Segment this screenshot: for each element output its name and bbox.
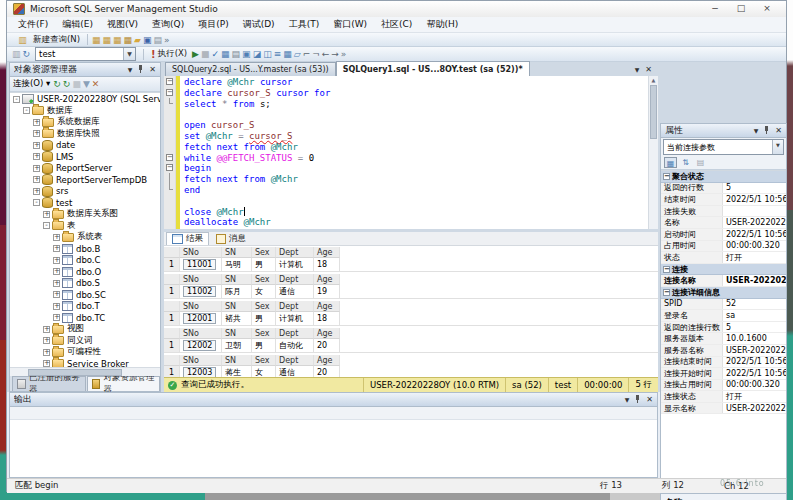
menu-item-10[interactable]: 帮助(H) bbox=[419, 17, 465, 32]
menu-item-6[interactable]: 调试(D) bbox=[236, 17, 282, 32]
specify-template-values-icon[interactable]: ▣ bbox=[242, 49, 251, 59]
data-cell[interactable]: 计算机 bbox=[276, 312, 314, 325]
tree-item--[interactable]: +数据库快照 bbox=[10, 128, 160, 140]
tab-messages[interactable]: 消息 bbox=[211, 233, 251, 245]
tree-item-lms[interactable]: +LMS bbox=[10, 151, 160, 163]
close-button[interactable]: × bbox=[756, 3, 778, 15]
data-cell[interactable]: 通信 bbox=[276, 366, 314, 377]
gutter-line-3[interactable] bbox=[164, 98, 175, 109]
fold-collapse-icon[interactable]: − bbox=[166, 154, 173, 161]
column-header-sn[interactable]: SN bbox=[222, 301, 252, 312]
document-tab-2[interactable]: SQLQuery1.sql - US...8OY.test (sa (52))* bbox=[336, 61, 530, 76]
fold-collapse-icon[interactable]: − bbox=[166, 89, 173, 96]
row-number-cell[interactable]: 1 bbox=[164, 339, 180, 352]
column-header-sno[interactable]: SNo bbox=[180, 355, 222, 366]
gutter-line-1[interactable]: − bbox=[164, 76, 175, 87]
editor-vertical-scrollbar[interactable]: ▲ bbox=[648, 76, 658, 229]
property-value[interactable]: 5 bbox=[723, 183, 786, 194]
column-header-age[interactable]: Age bbox=[314, 328, 340, 339]
grid-corner-cell[interactable] bbox=[164, 355, 180, 366]
data-cell[interactable]: 陈月 bbox=[222, 285, 252, 298]
collapse-icon[interactable]: - bbox=[43, 222, 50, 229]
fold-collapse-icon[interactable]: − bbox=[166, 164, 173, 171]
code-line-7[interactable]: fetch next from @Mchr bbox=[184, 142, 658, 153]
expand-icon[interactable]: + bbox=[43, 326, 50, 333]
column-header-age[interactable]: Age bbox=[314, 274, 340, 285]
properties-object-combo[interactable]: 当前连接参数 ▼ bbox=[663, 139, 784, 155]
fold-gutter[interactable]: −−−− bbox=[164, 76, 176, 229]
execute-button[interactable]: ! 执行(X) bbox=[147, 48, 191, 60]
column-header-sn[interactable]: SN bbox=[222, 274, 252, 285]
column-header-dept[interactable]: Dept bbox=[276, 247, 314, 258]
column-header-sex[interactable]: Sex bbox=[252, 301, 276, 312]
results-to-file-icon[interactable]: ▱ bbox=[294, 49, 301, 59]
expand-icon[interactable]: + bbox=[53, 291, 60, 298]
expand-icon[interactable]: + bbox=[53, 303, 60, 310]
scroll-up-icon[interactable]: ▲ bbox=[649, 76, 658, 85]
sql-overflow-icon[interactable]: » bbox=[341, 49, 347, 59]
increase-indent-icon[interactable]: → bbox=[331, 49, 339, 59]
column-header-age[interactable]: Age bbox=[314, 355, 340, 366]
scrollbar-thumb[interactable] bbox=[650, 85, 657, 139]
data-cell[interactable]: 19 bbox=[314, 285, 340, 298]
tree-item-test[interactable]: -test bbox=[10, 197, 160, 209]
expand-icon[interactable]: + bbox=[33, 142, 40, 149]
data-cell[interactable]: 通信 bbox=[276, 285, 314, 298]
tree-item-dbo.tc[interactable]: +dbo.TC bbox=[10, 312, 160, 324]
new-mdx-query-icon[interactable]: ▦ bbox=[113, 35, 122, 45]
column-header-dept[interactable]: Dept bbox=[276, 274, 314, 285]
tree-item--[interactable]: +系统数据库 bbox=[10, 116, 160, 128]
code-line-2[interactable]: declare cursor_S cursor for bbox=[184, 88, 658, 99]
data-cell[interactable]: 男 bbox=[252, 312, 276, 325]
data-cell[interactable]: 马明 bbox=[222, 258, 252, 271]
menu-item-4[interactable]: 查询(Q) bbox=[145, 17, 191, 32]
property-value[interactable]: 打开 bbox=[723, 391, 786, 402]
close-panel-icon[interactable]: ✕ bbox=[775, 126, 782, 135]
data-cell[interactable]: 蒋生 bbox=[222, 366, 252, 377]
column-header-sex[interactable]: Sex bbox=[252, 247, 276, 258]
gutter-line-11[interactable] bbox=[164, 184, 175, 195]
gutter-line-6[interactable] bbox=[164, 130, 175, 141]
tree-item--[interactable]: -数据库 bbox=[10, 105, 160, 117]
tree-item-dbo.c[interactable]: +dbo.C bbox=[10, 254, 160, 266]
column-header-dept[interactable]: Dept bbox=[276, 355, 314, 366]
close-panel-icon[interactable]: ✕ bbox=[149, 65, 156, 74]
collapse-icon[interactable]: − bbox=[663, 289, 670, 296]
change-connection-icon[interactable]: ↻ bbox=[23, 49, 31, 59]
toolbar-overflow-icon[interactable]: » bbox=[164, 35, 170, 45]
collapse-icon[interactable]: − bbox=[663, 266, 670, 273]
code-line-12[interactable] bbox=[184, 196, 658, 207]
data-cell[interactable]: 女 bbox=[252, 285, 276, 298]
expand-icon[interactable]: + bbox=[33, 176, 40, 183]
tree-item--[interactable]: +系统表 bbox=[10, 231, 160, 243]
gutter-line-13[interactable] bbox=[164, 206, 175, 217]
expand-icon[interactable]: + bbox=[53, 268, 60, 275]
code-line-3[interactable]: select * from s; bbox=[184, 99, 658, 110]
auto-hide-pin-icon[interactable] bbox=[763, 126, 770, 135]
column-header-sn[interactable]: SN bbox=[222, 247, 252, 258]
property-value[interactable]: USER-20220228OY bbox=[723, 217, 786, 228]
new-database-engine-query-icon[interactable]: ▦ bbox=[92, 35, 101, 45]
code-line-14[interactable]: deallocate @Mchr bbox=[184, 217, 658, 228]
alphabetical-icon[interactable]: ⇅ bbox=[679, 157, 692, 168]
display-estimated-plan-icon[interactable]: ▦ bbox=[221, 49, 230, 59]
expand-icon[interactable]: + bbox=[53, 280, 60, 287]
expand-icon[interactable]: + bbox=[33, 165, 40, 172]
gutter-line-2[interactable]: − bbox=[164, 87, 175, 98]
collapse-icon[interactable]: - bbox=[13, 96, 20, 103]
column-header-sex[interactable]: Sex bbox=[252, 274, 276, 285]
tree-item-dbo.sc[interactable]: +dbo.SC bbox=[10, 289, 160, 301]
available-databases-icon[interactable]: ▥ bbox=[12, 49, 21, 59]
expand-icon[interactable]: + bbox=[33, 119, 40, 126]
code-area[interactable]: declare @Mchr cursordeclare cursor_S cur… bbox=[180, 76, 658, 229]
new-xmla-query-icon[interactable]: ▦ bbox=[124, 35, 133, 45]
document-tab-1[interactable]: SQLQuery2.sql - US...Y.master (sa (53)) bbox=[165, 62, 336, 76]
code-line-5[interactable]: open cursor_S bbox=[184, 120, 658, 131]
menu-item-8[interactable]: 窗口(W) bbox=[326, 17, 374, 32]
menu-item-9[interactable]: 社区(C) bbox=[374, 17, 419, 32]
column-header-dept[interactable]: Dept bbox=[276, 328, 314, 339]
data-cell[interactable]: 20 bbox=[314, 339, 340, 352]
data-cell[interactable]: 11001 bbox=[180, 258, 222, 271]
row-number-cell[interactable]: 1 bbox=[164, 366, 180, 377]
property-pages-icon[interactable]: ▤ bbox=[694, 157, 707, 168]
